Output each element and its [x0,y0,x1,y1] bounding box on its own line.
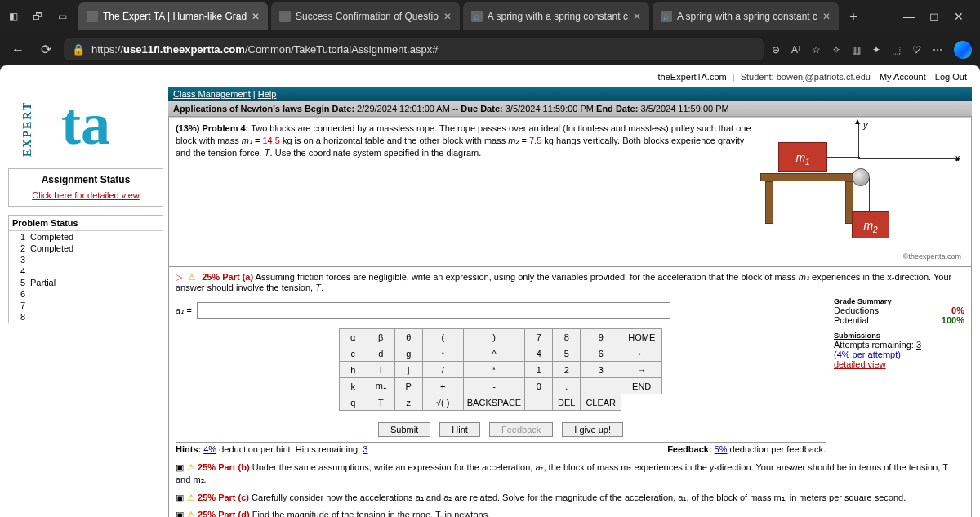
part-c[interactable]: ▣⚠ 25% Part (c) Carefully consider how t… [169,489,971,506]
keypad-key[interactable]: 7 [525,329,553,345]
minimize-icon[interactable]: — [903,10,915,23]
close-icon[interactable]: ✕ [443,11,452,22]
feedback-button[interactable]: Feedback [489,422,553,437]
keypad-key[interactable]: 0 [525,378,553,394]
keypad-key[interactable]: P [394,378,422,394]
hint-button[interactable]: Hint [439,422,480,437]
part-b[interactable]: ▣⚠ 25% Part (b) Under the same assumptio… [169,459,971,489]
answer-input[interactable] [197,302,670,319]
close-icon[interactable]: ✕ [252,11,260,22]
keypad-key[interactable]: ) [463,329,524,345]
problem-status-row[interactable]: 8 [9,311,163,323]
keypad-key[interactable]: β [367,329,394,345]
detailed-view-link-2[interactable]: detailed view [834,359,886,369]
my-account-link[interactable]: My Account [880,72,926,82]
favorite-icon[interactable]: ☆ [812,44,821,56]
problem-status-row[interactable]: 2Completed [9,243,163,254]
keypad-key[interactable]: 3 [581,362,621,378]
brand-link[interactable]: theExpertTA.com [658,72,727,82]
problem-status-row[interactable]: 5Partial [9,277,163,288]
keypad-key[interactable]: i [367,362,394,378]
part-d[interactable]: ▣⚠ 25% Part (d) Find the magnitude of th… [169,506,971,517]
give-up-button[interactable]: I give up! [562,422,623,437]
keypad-key[interactable]: ↑ [422,345,463,362]
keypad-key[interactable]: DEL [553,394,581,411]
keypad-key[interactable]: k [339,378,367,394]
keypad-key [525,394,553,411]
action-row: Submit Hint Feedback I give up! [176,422,826,437]
tab-2[interactable]: Success Confirmation of Questio ✕ [271,2,460,30]
downloads-icon[interactable]: ⬚ [892,44,901,56]
keypad-key[interactable]: α [339,329,367,345]
keypad-key[interactable]: q [339,394,367,411]
maximize-icon[interactable]: ◻ [929,10,939,23]
address-field[interactable]: 🔒 https://use11fl.theexpertta.com/Common… [64,38,764,60]
refresh-button[interactable]: ⟳ [36,42,56,57]
tab-1[interactable]: The Expert TA | Human-like Grad ✕ [78,2,268,30]
read-aloud-icon[interactable]: A⁾ [791,44,800,56]
keypad-key[interactable]: - [463,378,524,394]
performance-icon[interactable]: ♡̷ [912,44,921,56]
keypad-key[interactable]: m₁ [367,378,394,394]
favicon-generic [279,11,291,22]
new-tab-button[interactable]: ＋ [842,3,865,30]
keypad-key[interactable]: d [367,345,394,362]
submit-button[interactable]: Submit [378,422,430,437]
keypad-key[interactable]: 8 [553,329,581,345]
back-button[interactable]: ← [8,42,28,57]
keypad-key[interactable]: END [621,378,662,394]
keypad-key[interactable]: z [394,394,422,411]
close-icon[interactable]: ✕ [633,11,641,22]
keypad-key[interactable]: ← [621,345,662,362]
expertta-logo: EXPERT ta [8,87,163,162]
keypad-key[interactable]: T [367,394,394,411]
keypad-key[interactable]: BACKSPACE [463,394,524,411]
keypad-key[interactable]: g [394,345,422,362]
problem-status-row[interactable]: 4 [9,265,163,277]
keypad-key[interactable]: 5 [553,345,581,362]
keypad-key[interactable]: ^ [463,345,524,362]
extensions-icon[interactable]: ✧ [832,44,840,56]
keypad-key[interactable]: 2 [553,362,581,378]
tab-4[interactable]: A spring with a spring constant c ✕ [653,2,839,30]
top-right-links: theExpertTA.com | Student: bowenj@patrio… [8,70,972,83]
keypad-key[interactable]: / [422,362,463,378]
keypad-key[interactable]: . [553,378,581,394]
tab-actions-icon[interactable]: 🗗 [29,8,46,25]
workspaces-icon[interactable]: ◧ [5,8,21,25]
keypad-key[interactable]: 1 [525,362,553,378]
close-icon[interactable]: ✕ [822,11,831,22]
keypad-key[interactable]: → [621,362,662,378]
keypad-key[interactable]: 6 [581,345,621,362]
tab-overview-icon[interactable]: ▭ [54,8,70,25]
tab-3[interactable]: A spring with a spring constant c ✕ [463,2,649,30]
keypad-key[interactable]: CLEAR [581,394,621,411]
help-link[interactable]: Help [258,89,277,99]
logo-small-text: EXPERT [21,101,34,157]
problem-status-row[interactable]: 3 [9,254,163,265]
copilot-icon[interactable] [954,41,972,59]
keypad-key[interactable]: * [463,362,524,378]
keypad-key[interactable]: √( ) [422,394,463,411]
keypad-key[interactable]: + [422,378,463,394]
more-icon[interactable]: ⋯ [933,44,942,56]
keypad-key[interactable]: 9 [581,329,621,345]
keypad-key[interactable]: ( [422,329,463,345]
keypad-key[interactable]: j [394,362,422,378]
expand-icon[interactable]: ▷ [176,272,182,282]
keypad-key[interactable]: 4 [525,345,553,362]
zoom-icon[interactable]: ⊖ [772,44,780,56]
keypad-key[interactable]: θ [394,329,422,345]
problem-status-row[interactable]: 7 [9,300,163,311]
detailed-view-link[interactable]: Click here for detailed view [14,190,158,201]
split-screen-icon[interactable]: ▥ [852,44,861,56]
keypad-key[interactable]: h [339,362,367,378]
log-out-link[interactable]: Log Out [935,72,967,82]
problem-status-row[interactable]: 1Completed [9,231,163,243]
close-window-icon[interactable]: ✕ [954,10,964,23]
keypad-key[interactable]: c [339,345,367,362]
keypad-key[interactable]: HOME [621,329,662,345]
class-management-link[interactable]: Class Management [173,89,251,99]
problem-status-row[interactable]: 6 [9,288,163,300]
collections-icon[interactable]: ✦ [872,44,880,56]
